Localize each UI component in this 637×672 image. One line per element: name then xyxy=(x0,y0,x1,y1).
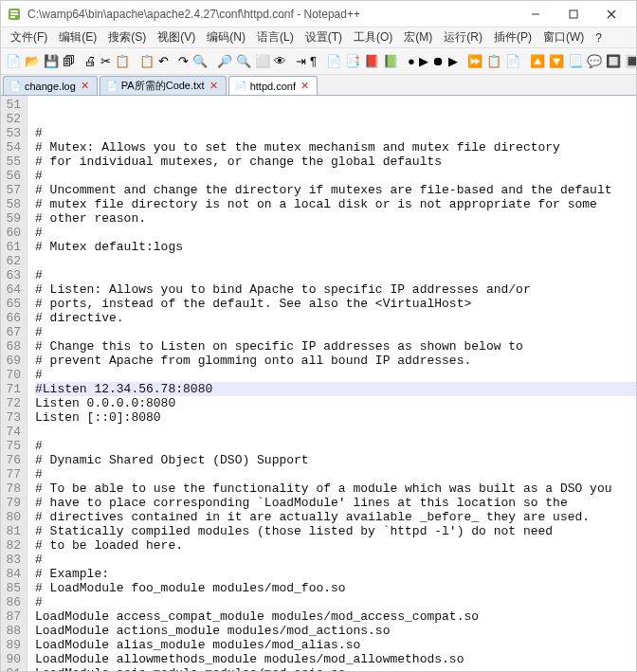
code-line[interactable]: # xyxy=(35,467,636,481)
toolbar-button-24[interactable]: ▶ xyxy=(447,52,459,71)
toolbar-button-14[interactable]: 👁 xyxy=(273,52,287,71)
code-line[interactable]: # xyxy=(35,439,636,453)
code-line[interactable]: LoadModule allowmethods_module modules/m… xyxy=(35,652,636,666)
toolbar-button-9[interactable]: ↷ xyxy=(177,52,190,71)
code-line[interactable] xyxy=(35,112,636,126)
code-line[interactable]: # xyxy=(35,595,636,609)
tab-2[interactable]: 📄httpd.conf✕ xyxy=(228,76,318,95)
code-area[interactable]: ## Mutex: Allows you to set the mutex me… xyxy=(27,96,636,671)
code-line[interactable]: Listen 0.0.0.0:8080 xyxy=(35,396,636,410)
code-line[interactable] xyxy=(35,98,636,112)
toolbar-button-8[interactable]: ↶ xyxy=(157,52,170,71)
toolbar-button-30[interactable]: 📃 xyxy=(567,52,584,71)
toolbar-button-17[interactable]: 📄 xyxy=(325,52,342,71)
toolbar-button-20[interactable]: 📗 xyxy=(382,52,399,71)
code-line[interactable]: # xyxy=(35,553,636,567)
code-line[interactable]: # Statically compiled modules (those lis… xyxy=(35,524,636,538)
menu-item-1[interactable]: 编辑(E) xyxy=(53,27,102,47)
menu-item-11[interactable]: 窗口(W) xyxy=(537,27,590,47)
code-line[interactable]: # Mutex: Allows you to set the mutex mec… xyxy=(35,140,636,154)
toolbar-button-18[interactable]: 📑 xyxy=(344,52,361,71)
toolbar-button-32[interactable]: 🔲 xyxy=(605,52,622,71)
toolbar-button-33[interactable]: 🔳 xyxy=(624,52,637,71)
code-line[interactable]: # Example: xyxy=(35,567,636,581)
code-line[interactable] xyxy=(35,254,636,268)
menu-item-4[interactable]: 编码(N) xyxy=(201,27,251,47)
code-line[interactable]: # xyxy=(35,169,636,183)
code-line[interactable]: # xyxy=(35,325,636,339)
toolbar-button-4[interactable]: 🖨 xyxy=(83,52,98,71)
code-line[interactable]: # Dynamic Shared Object (DSO) Support xyxy=(35,453,636,467)
toolbar-button-0[interactable]: 📄 xyxy=(5,52,22,71)
tab-close-icon[interactable]: ✕ xyxy=(209,81,220,92)
tab-close-icon[interactable]: ✕ xyxy=(80,81,91,92)
toolbar-button-29[interactable]: 🔽 xyxy=(548,52,565,71)
menu-item-5[interactable]: 语言(L) xyxy=(251,27,300,47)
menu-item-8[interactable]: 宏(M) xyxy=(398,27,438,47)
menu-item-6[interactable]: 设置(T) xyxy=(300,27,348,47)
code-line[interactable]: # Uncomment and change the directory if … xyxy=(35,183,636,197)
toolbar-button-13[interactable]: ⬜ xyxy=(254,52,271,71)
toolbar-button-31[interactable]: 💬 xyxy=(586,52,603,71)
toolbar-button-7[interactable]: 📋 xyxy=(138,52,155,71)
menu-item-9[interactable]: 运行(R) xyxy=(438,27,488,47)
close-button[interactable] xyxy=(592,1,630,27)
code-line[interactable]: LoadModule alias_module modules/mod_alia… xyxy=(35,638,636,652)
toolbar-button-26[interactable]: 📋 xyxy=(485,52,502,71)
minimize-button[interactable] xyxy=(517,1,555,27)
tab-1[interactable]: 📄PA所需的Code.txt✕ xyxy=(100,76,227,95)
code-line[interactable]: # other reason. xyxy=(35,211,636,226)
code-line[interactable]: # xyxy=(35,268,636,282)
menu-item-0[interactable]: 文件(F) xyxy=(5,27,53,47)
toolbar-button-15[interactable]: ⇥ xyxy=(295,52,307,71)
code-line[interactable] xyxy=(35,425,636,439)
code-line[interactable]: # Change this to Listen on specific IP a… xyxy=(35,339,636,354)
menu-item-3[interactable]: 视图(V) xyxy=(152,27,201,47)
tab-0[interactable]: 📄change.log✕ xyxy=(3,76,98,95)
code-line[interactable]: LoadModule asis_module modules/mod_asis.… xyxy=(35,666,636,671)
toolbar-button-16[interactable]: ¶ xyxy=(309,52,318,71)
code-line[interactable]: # ports, instead of the default. See als… xyxy=(35,297,636,311)
code-line[interactable]: # LoadModule foo_module modules/mod_foo.… xyxy=(35,581,636,595)
code-line[interactable]: # xyxy=(35,226,636,240)
toolbar-button-12[interactable]: 🔍 xyxy=(235,52,252,71)
code-line[interactable]: # xyxy=(35,368,636,382)
toolbar-button-28[interactable]: 🔼 xyxy=(529,52,546,71)
menu-item-10[interactable]: 插件(P) xyxy=(488,27,537,47)
code-line[interactable]: # mutex file directory is not on a local… xyxy=(35,197,636,211)
toolbar-button-3[interactable]: 🗐 xyxy=(62,52,76,71)
code-line[interactable]: # directives contained in it are actuall… xyxy=(35,510,636,524)
code-line[interactable]: Listen [::0]:8080 xyxy=(35,410,636,425)
code-line[interactable]: # for individual mutexes, or change the … xyxy=(35,154,636,169)
code-line[interactable]: LoadModule access_compat_module modules/… xyxy=(35,609,636,624)
code-line[interactable]: LoadModule actions_module modules/mod_ac… xyxy=(35,624,636,638)
toolbar-button-11[interactable]: 🔎 xyxy=(216,52,233,71)
maximize-button[interactable] xyxy=(555,1,592,27)
toolbar-button-5[interactable]: ✂ xyxy=(100,52,112,71)
code-line[interactable]: # have to place corresponding `LoadModul… xyxy=(35,496,636,510)
toolbar-button-10[interactable]: 🔍 xyxy=(191,52,209,71)
code-line[interactable]: # prevent Apache from glomming onto all … xyxy=(35,354,636,368)
code-line[interactable]: # Mutex default:logs xyxy=(35,240,636,254)
toolbar-button-27[interactable]: 📄 xyxy=(504,52,521,71)
toolbar-button-19[interactable]: 📕 xyxy=(363,52,380,71)
toolbar-button-6[interactable]: 📋 xyxy=(114,52,131,71)
menu-item-12[interactable]: ? xyxy=(590,29,608,46)
code-line[interactable]: # To be able to use the functionality of… xyxy=(35,481,636,496)
line-number: 53 xyxy=(5,126,21,140)
code-line[interactable]: # to be loaded here. xyxy=(35,538,636,553)
code-line[interactable]: # directive. xyxy=(35,311,636,325)
menu-item-7[interactable]: 工具(O) xyxy=(348,27,398,47)
toolbar-button-22[interactable]: ▶ xyxy=(418,52,429,71)
tab-close-icon[interactable]: ✕ xyxy=(300,81,311,92)
menu-item-2[interactable]: 搜索(S) xyxy=(102,27,152,47)
toolbar-button-2[interactable]: 💾 xyxy=(43,52,60,71)
code-line[interactable]: # Listen: Allows you to bind Apache to s… xyxy=(35,282,636,297)
code-line[interactable]: # xyxy=(35,126,636,140)
code-line[interactable]: #Listen 12.34.56.78:8080 xyxy=(35,382,636,396)
toolbar-button-21[interactable]: ● xyxy=(407,52,416,71)
toolbar-button-25[interactable]: ⏩ xyxy=(466,52,483,71)
menubar: 文件(F)编辑(E)搜索(S)视图(V)编码(N)语言(L)设置(T)工具(O)… xyxy=(1,27,636,48)
toolbar-button-1[interactable]: 📂 xyxy=(24,52,41,71)
toolbar-button-23[interactable]: ⏺ xyxy=(431,52,446,71)
